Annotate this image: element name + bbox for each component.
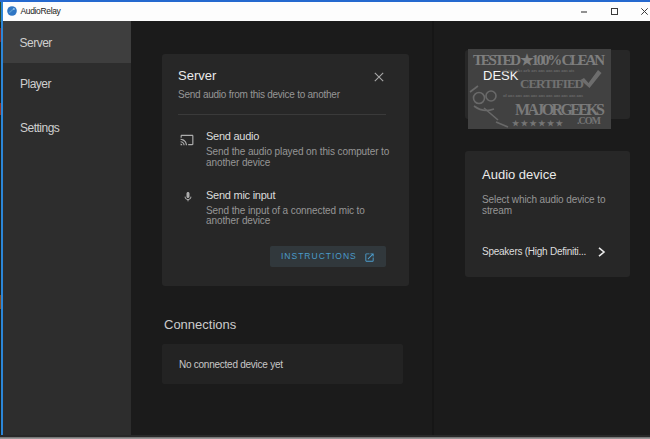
svg-text:★★★★★★: ★★★★★★ xyxy=(512,119,565,128)
svg-text:of ant-vhs arb ars ans ans ans: of ant-vhs arb ars ans ans ans ans ats xyxy=(503,68,575,73)
svg-text:of ans ans ans ans ans ans ans: of ans ans ans ans ans ans ans ans ans a… xyxy=(503,93,583,98)
svg-text:CERTIFIED: CERTIFIED xyxy=(520,76,584,91)
svg-text:TESTED ★100% CLEAN: TESTED ★100% CLEAN xyxy=(473,52,605,68)
svg-text:.COM: .COM xyxy=(577,115,602,126)
